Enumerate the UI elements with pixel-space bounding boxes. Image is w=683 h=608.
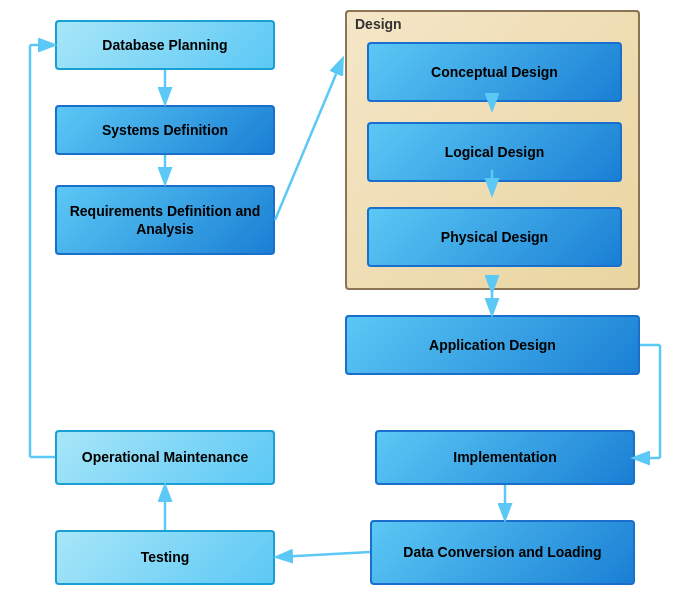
database-planning-box: Database Planning (55, 20, 275, 70)
physical-design-box: Physical Design (367, 207, 622, 267)
systems-definition-box: Systems Definition (55, 105, 275, 155)
design-container: Design Conceptual Design Logical Design … (345, 10, 640, 290)
operational-maintenance-box: Operational Maintenance (55, 430, 275, 485)
svg-line-12 (278, 552, 370, 557)
conceptual-design-box: Conceptual Design (367, 42, 622, 102)
diagram: Design Conceptual Design Logical Design … (0, 0, 683, 608)
logical-design-box: Logical Design (367, 122, 622, 182)
svg-line-4 (275, 60, 342, 220)
data-conversion-box: Data Conversion and Loading (370, 520, 635, 585)
application-design-box: Application Design (345, 315, 640, 375)
requirements-box: Requirements Definition and Analysis (55, 185, 275, 255)
implementation-box: Implementation (375, 430, 635, 485)
design-label: Design (355, 16, 402, 32)
testing-box: Testing (55, 530, 275, 585)
